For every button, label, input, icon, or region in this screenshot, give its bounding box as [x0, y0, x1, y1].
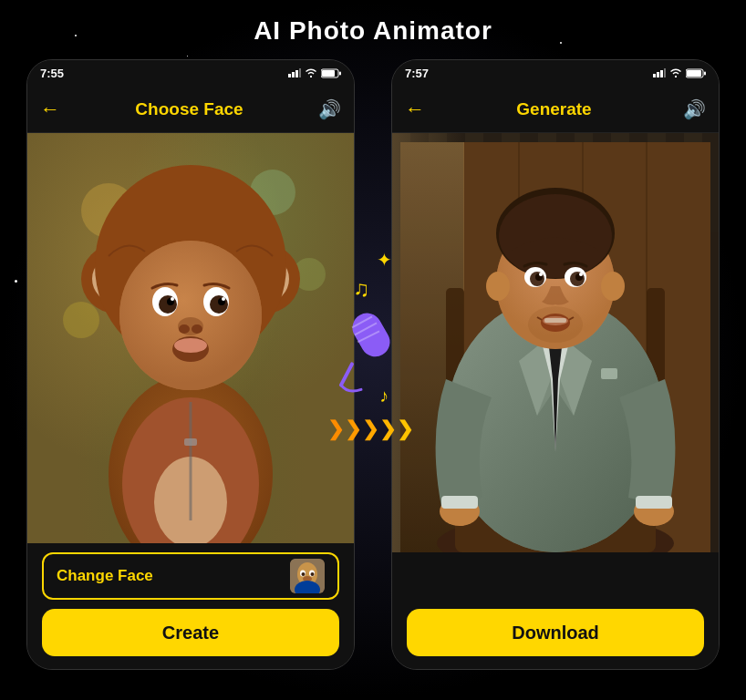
child-image-wrapper — [27, 133, 354, 552]
left-back-button[interactable]: ← — [40, 98, 60, 121]
svg-rect-2 — [295, 70, 298, 77]
microphone-icon — [334, 307, 407, 398]
arrow-icon-1: ❯ — [327, 417, 344, 441]
svg-rect-54 — [664, 68, 666, 77]
messi-face-svg — [290, 559, 325, 593]
change-face-button[interactable]: Change Face — [42, 552, 339, 600]
left-image-area — [27, 133, 354, 552]
right-phone-bottom: Download — [392, 600, 719, 669]
left-status-bar: 7:55 — [27, 60, 354, 86]
left-status-time: 7:55 — [40, 67, 64, 80]
right-status-icons — [653, 68, 706, 78]
arrow-icon-3: ❯ — [362, 417, 378, 441]
svg-point-76 — [486, 272, 510, 301]
svg-point-29 — [171, 297, 174, 301]
change-face-label: Change Face — [57, 567, 153, 585]
wifi-icon — [305, 68, 317, 77]
create-button[interactable]: Create — [42, 609, 339, 656]
sparkle-icon: ✦ — [377, 249, 392, 271]
svg-point-30 — [222, 297, 225, 301]
battery-icon-r — [686, 68, 706, 78]
battery-icon — [321, 68, 341, 78]
svg-line-50 — [341, 364, 352, 385]
svg-point-85 — [579, 273, 583, 276]
svg-rect-57 — [704, 71, 706, 75]
left-status-icons — [288, 68, 341, 78]
svg-rect-93 — [636, 496, 672, 509]
svg-rect-37 — [184, 438, 197, 446]
svg-rect-94 — [601, 368, 617, 379]
left-header-title: Choose Face — [135, 99, 243, 119]
arrow-icon-2: ❯ — [345, 417, 361, 441]
svg-point-77 — [601, 272, 625, 301]
svg-point-25 — [159, 295, 177, 314]
svg-point-32 — [179, 324, 190, 334]
create-label: Create — [162, 623, 219, 643]
svg-point-33 — [192, 324, 202, 334]
svg-rect-52 — [657, 72, 659, 77]
svg-point-42 — [302, 572, 306, 576]
svg-point-89 — [528, 306, 583, 343]
right-status-time: 7:57 — [405, 67, 429, 80]
right-status-bar: 7:57 — [392, 60, 719, 86]
svg-rect-0 — [288, 74, 291, 77]
arrow-icon-5: ❯ — [397, 417, 413, 441]
star — [187, 56, 188, 57]
svg-point-43 — [311, 572, 315, 576]
right-header-title: Generate — [516, 99, 591, 119]
right-back-button[interactable]: ← — [405, 98, 425, 121]
svg-point-75 — [499, 194, 612, 278]
arrow-icon-4: ❯ — [379, 417, 396, 441]
left-phone: 7:55 ← — [26, 59, 355, 670]
svg-rect-51 — [653, 74, 656, 77]
right-image-area — [392, 133, 719, 552]
right-phone: 7:57 ← — [391, 59, 720, 670]
left-sound-button[interactable]: 🔊 — [318, 98, 341, 120]
svg-point-9 — [63, 302, 99, 338]
svg-point-35 — [174, 338, 207, 353]
phones-container: 7:55 ← — [0, 59, 746, 670]
microphone-container — [334, 307, 407, 398]
download-label: Download — [512, 623, 599, 643]
svg-rect-3 — [299, 68, 301, 77]
suit-man-wrapper — [392, 133, 719, 552]
left-phone-bottom: Change Face — [27, 543, 354, 669]
svg-point-84 — [539, 273, 543, 276]
music-note-icon: ♫ — [353, 276, 369, 302]
right-sound-button[interactable]: 🔊 — [683, 98, 706, 120]
arrows-container: ❯ ❯ ❯ ❯ ❯ — [327, 417, 413, 441]
wifi-icon-r — [669, 68, 682, 77]
right-phone-header: ← Generate 🔊 — [392, 86, 719, 133]
svg-rect-53 — [660, 70, 663, 77]
face-thumbnail — [290, 559, 325, 593]
monkey-child-svg — [54, 138, 327, 548]
signal-icon-r — [653, 68, 666, 77]
middle-overlay: ✦ ♫ ♪ — [327, 249, 413, 441]
svg-rect-92 — [441, 496, 478, 509]
svg-rect-56 — [687, 70, 701, 77]
svg-point-26 — [210, 295, 228, 314]
suit-man-svg — [400, 142, 710, 552]
svg-rect-6 — [339, 71, 341, 75]
signal-icon — [288, 68, 301, 77]
svg-rect-5 — [322, 70, 335, 77]
download-button[interactable]: Download — [407, 609, 704, 656]
app-title: AI Photo Animator — [0, 16, 746, 46]
svg-rect-1 — [292, 72, 295, 77]
left-phone-header: ← Choose Face 🔊 — [27, 86, 354, 133]
svg-point-22 — [119, 241, 262, 390]
